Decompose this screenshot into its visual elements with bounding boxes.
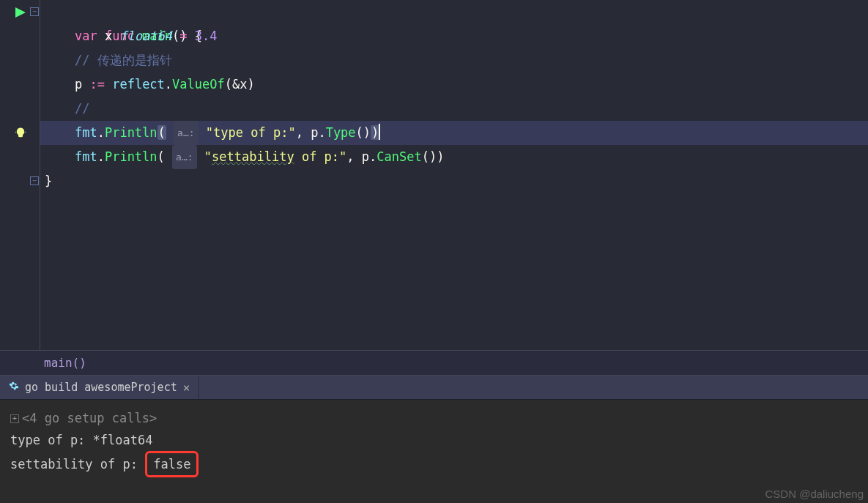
close-tab-button[interactable]: × [183, 381, 190, 395]
code-line[interactable]: −func main() { [40, 0, 868, 24]
text-cursor [379, 124, 380, 140]
editor-gutter [0, 0, 40, 350]
run-tool-tabbar: go build awesomeProject × [0, 375, 868, 400]
expand-icon[interactable]: + [10, 414, 19, 423]
breadcrumb[interactable]: main() [0, 350, 868, 375]
spellcheck-warning[interactable]: settability [212, 149, 294, 164]
tab-label: go build awesomeProject [25, 381, 177, 394]
fold-minus-icon[interactable]: − [30, 176, 39, 185]
code-line[interactable]: var x float64 = 3.4 [40, 24, 868, 48]
console-line: type of p: *float64 [10, 429, 858, 451]
code-line[interactable]: −} [40, 169, 868, 193]
intention-bulb-icon[interactable] [0, 121, 40, 145]
editor-pane: −func main() { var x float64 = 3.4 // 传递… [0, 0, 868, 350]
gear-icon [9, 381, 19, 394]
code-line[interactable]: p := reflect.ValueOf(&x) [40, 72, 868, 97]
param-hint: a…: [172, 145, 196, 169]
code-line[interactable]: // 传递的是指针 [40, 48, 868, 72]
code-line-active[interactable]: fmt.Println( a…: "type of p:", p.Type()) [40, 121, 868, 145]
fold-minus-icon[interactable]: − [30, 7, 39, 16]
console-line: settability of p: false [10, 451, 858, 473]
run-config-tab[interactable]: go build awesomeProject × [0, 376, 199, 399]
param-hint: a…: [174, 121, 198, 145]
code-line[interactable]: fmt.Println( a…: "settability of p:", p.… [40, 145, 868, 169]
watermark-text: CSDN @daliucheng [765, 488, 864, 500]
highlight-box: false [145, 451, 199, 477]
code-area[interactable]: −func main() { var x float64 = 3.4 // 传递… [40, 0, 868, 350]
breadcrumb-item[interactable]: main() [44, 356, 86, 370]
code-line[interactable]: // [40, 97, 868, 121]
console-line: +<4 go setup calls> [10, 407, 858, 429]
console-output[interactable]: +<4 go setup calls> type of p: *float64 … [0, 400, 868, 503]
svg-marker-0 [15, 7, 26, 18]
